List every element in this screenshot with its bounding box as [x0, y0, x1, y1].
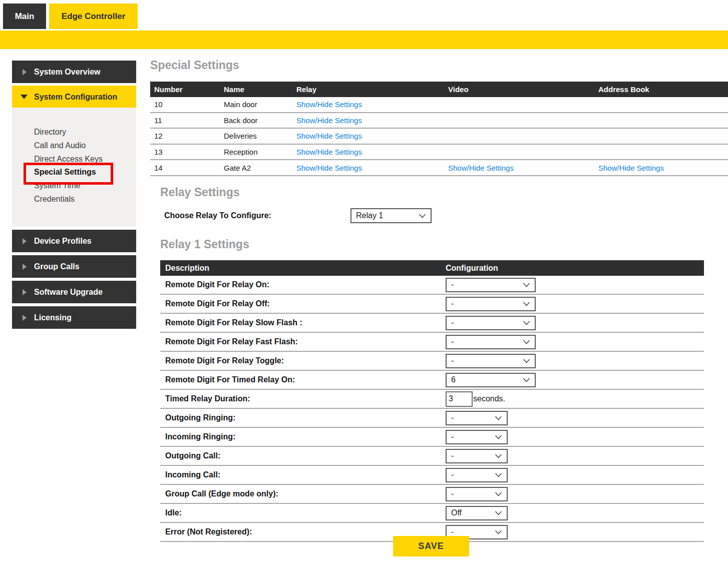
chevron-down-icon — [523, 359, 530, 363]
device-name: Main door — [220, 100, 293, 109]
chevron-right-icon — [23, 289, 27, 295]
device-number: 13 — [150, 148, 220, 156]
setting-row: Idle: Off — [160, 504, 704, 523]
relay-settings-title: Relay Settings — [160, 186, 240, 199]
address-book-show-hide-link[interactable]: Show/Hide Settings — [598, 164, 664, 172]
incoming-call-select[interactable]: - — [446, 468, 508, 482]
idle-select[interactable]: Off — [446, 506, 508, 520]
col-header-configuration: Configuration — [445, 264, 498, 273]
relay-show-hide-link[interactable]: Show/Hide Settings — [296, 116, 362, 125]
col-header-number: Number — [150, 85, 220, 94]
setting-row: Remote Digit For Relay Off: - — [160, 295, 704, 314]
relay-select[interactable]: Relay 1 — [350, 208, 432, 223]
sidebar-item-group-calls[interactable]: Group Calls — [12, 255, 136, 278]
relay-show-hide-link[interactable]: Show/Hide Settings — [296, 132, 362, 140]
relay1-settings-table: Description Configuration Remote Digit F… — [160, 260, 704, 542]
setting-row: Outgoing Ringing: - — [160, 409, 704, 428]
chevron-right-icon — [23, 238, 27, 244]
chevron-down-icon — [523, 378, 530, 382]
sidebar-item-system-overview[interactable]: System Overview — [12, 61, 136, 83]
header-accent-bar — [0, 31, 728, 49]
remote-digit-relay-toggle-select[interactable]: - — [446, 354, 536, 368]
setting-row: Incoming Call: - — [160, 466, 704, 485]
table-row: 12 Deliveries Show/Hide Settings — [150, 129, 728, 145]
device-name: Back door — [220, 116, 293, 125]
group-call-select[interactable]: - — [446, 487, 508, 501]
setting-row: Remote Digit For Timed Relay On: 6 — [160, 371, 704, 390]
video-show-hide-link[interactable]: Show/Hide Settings — [448, 164, 514, 172]
setting-row: Outgoing Call: - — [160, 447, 704, 466]
chevron-right-icon — [23, 264, 27, 270]
setting-row: Incoming Ringing: - — [160, 428, 704, 447]
setting-row: Remote Digit For Relay Toggle: - — [160, 352, 704, 371]
sidebar-subitem-call-and-audio[interactable]: Call and Audio — [34, 141, 136, 155]
table-row: 10 Main door Show/Hide Settings — [150, 97, 728, 113]
col-header-video: Video — [445, 85, 595, 94]
save-button[interactable]: SAVE — [393, 536, 469, 556]
relay1-settings-title: Relay 1 Settings — [160, 238, 249, 251]
chevron-down-icon — [21, 95, 28, 99]
chevron-down-icon — [495, 435, 502, 439]
page-title: Special Settings — [150, 59, 239, 72]
chevron-down-icon — [495, 511, 502, 515]
system-configuration-submenu: Directory Call and Audio Direct Access K… — [12, 108, 136, 227]
remote-digit-relay-on-select[interactable]: - — [446, 278, 536, 292]
relay-show-hide-link[interactable]: Show/Hide Settings — [296, 164, 362, 172]
relay-show-hide-link[interactable]: Show/Hide Settings — [296, 148, 362, 156]
device-name: Reception — [220, 148, 293, 156]
device-number: 12 — [150, 132, 220, 140]
sidebar-subitem-special-settings[interactable]: Special Settings — [34, 168, 136, 181]
tab-edge-controller[interactable]: Edge Controller — [49, 4, 138, 29]
remote-digit-relay-off-select[interactable]: - — [446, 297, 536, 311]
remote-digit-timed-relay-on-select[interactable]: 6 — [446, 373, 536, 387]
sidebar-item-device-profiles[interactable]: Device Profiles — [12, 230, 136, 252]
chevron-down-icon — [523, 340, 530, 344]
chevron-down-icon — [495, 530, 502, 534]
timed-relay-duration-input[interactable] — [446, 391, 473, 407]
choose-relay-label: Choose Relay To Configure: — [164, 211, 271, 220]
remote-digit-relay-fast-flash-select[interactable]: - — [446, 335, 536, 349]
sidebar-item-system-configuration[interactable]: System Configuration — [12, 86, 136, 108]
setting-row: Remote Digit For Relay Fast Flash: - — [160, 333, 704, 352]
chevron-down-icon — [495, 473, 502, 477]
chevron-down-icon — [419, 214, 426, 218]
settings-table-header: Description Configuration — [160, 260, 704, 276]
relay-show-hide-link[interactable]: Show/Hide Settings — [296, 100, 362, 109]
col-header-address-book: Address Book — [595, 85, 728, 94]
remote-digit-relay-slow-flash-select[interactable]: - — [446, 316, 536, 330]
chevron-down-icon — [495, 416, 502, 420]
setting-row: Remote Digit For Relay Slow Flash : - — [160, 314, 704, 333]
sidebar-subitem-direct-access-keys[interactable]: Direct Access Keys — [34, 155, 136, 168]
chevron-down-icon — [523, 302, 530, 306]
chevron-down-icon — [523, 283, 530, 287]
col-header-name: Name — [220, 85, 293, 94]
setting-row: Timed Relay Duration: seconds. — [160, 390, 704, 409]
device-number: 11 — [150, 116, 220, 125]
table-row: 13 Reception Show/Hide Settings — [150, 145, 728, 161]
device-number: 14 — [150, 164, 220, 172]
chevron-right-icon — [23, 69, 27, 75]
setting-row: Remote Digit For Relay On: - — [160, 276, 704, 295]
duration-unit-label: seconds. — [473, 394, 505, 403]
col-header-relay: Relay — [293, 85, 445, 94]
outgoing-ringing-select[interactable]: - — [446, 411, 508, 425]
device-name: Deliveries — [220, 132, 293, 140]
chevron-down-icon — [495, 454, 502, 458]
table-row: 11 Back door Show/Hide Settings — [150, 113, 728, 129]
chevron-down-icon — [523, 321, 530, 325]
devices-table: Number Name Relay Video Address Book 10 … — [150, 82, 728, 176]
sidebar-subitem-credentials[interactable]: Credentials — [34, 195, 136, 208]
device-name: Gate A2 — [220, 164, 293, 172]
sidebar-item-software-upgrade[interactable]: Software Upgrade — [12, 281, 136, 303]
tab-main[interactable]: Main — [3, 4, 46, 29]
chevron-down-icon — [495, 492, 502, 496]
setting-row: Group Call (Edge mode only): - — [160, 485, 704, 504]
device-number: 10 — [150, 100, 220, 109]
outgoing-call-select[interactable]: - — [446, 449, 508, 463]
devices-table-header: Number Name Relay Video Address Book — [150, 82, 728, 97]
sidebar-item-licensing[interactable]: Licensing — [12, 306, 136, 329]
table-row: 14 Gate A2 Show/Hide Settings Show/Hide … — [150, 160, 728, 176]
sidebar-subitem-system-time[interactable]: System Time — [34, 181, 136, 195]
incoming-ringing-select[interactable]: - — [446, 430, 508, 444]
sidebar-subitem-directory[interactable]: Directory — [34, 128, 136, 141]
